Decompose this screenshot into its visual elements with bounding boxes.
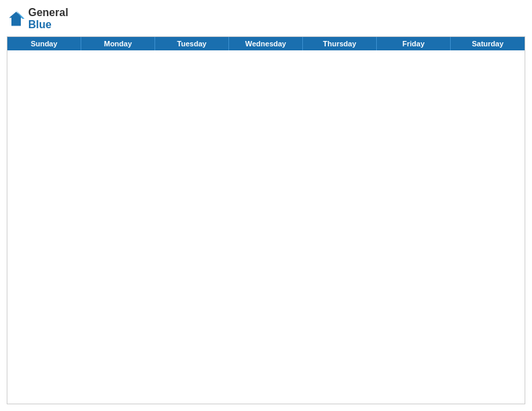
page: General Blue SundayMondayTuesdayWednesda… — [0, 0, 532, 411]
logo-icon — [7, 9, 26, 28]
day-header-wednesday: Wednesday — [229, 37, 303, 50]
calendar: SundayMondayTuesdayWednesdayThursdayFrid… — [7, 36, 525, 404]
logo-text: General Blue — [28, 7, 69, 31]
day-header-tuesday: Tuesday — [155, 37, 229, 50]
header: General Blue — [7, 7, 525, 31]
day-header-sunday: Sunday — [7, 37, 81, 50]
calendar-body — [7, 50, 525, 404]
day-header-friday: Friday — [377, 37, 451, 50]
svg-marker-0 — [9, 12, 24, 26]
day-header-saturday: Saturday — [451, 37, 525, 50]
day-header-thursday: Thursday — [303, 37, 377, 50]
logo: General Blue — [7, 7, 69, 31]
calendar-header: SundayMondayTuesdayWednesdayThursdayFrid… — [7, 37, 525, 50]
day-header-monday: Monday — [81, 37, 155, 50]
